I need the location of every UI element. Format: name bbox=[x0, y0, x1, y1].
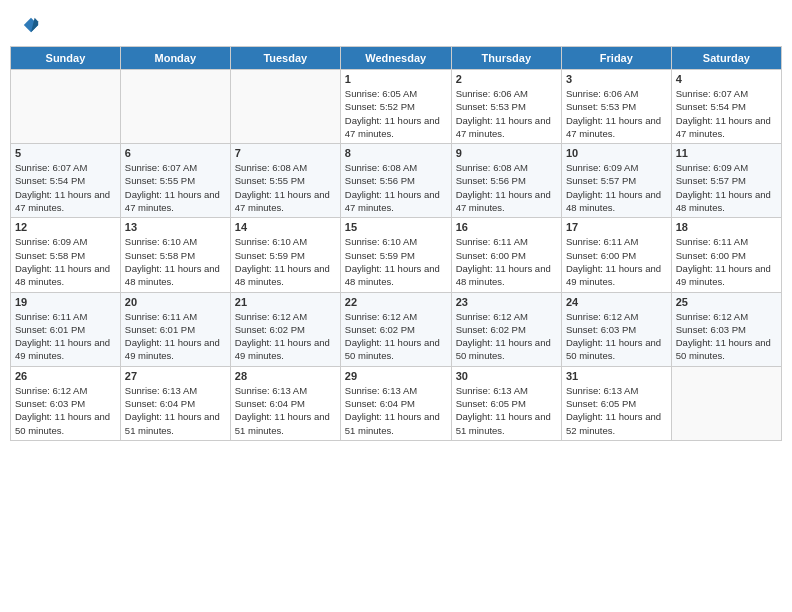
day-number: 30 bbox=[456, 370, 557, 382]
calendar-cell: 22Sunrise: 6:12 AMSunset: 6:02 PMDayligh… bbox=[340, 292, 451, 366]
day-info: Sunrise: 6:12 AMSunset: 6:02 PMDaylight:… bbox=[345, 310, 447, 363]
day-header-thursday: Thursday bbox=[451, 47, 561, 70]
day-number: 9 bbox=[456, 147, 557, 159]
day-header-tuesday: Tuesday bbox=[230, 47, 340, 70]
day-number: 31 bbox=[566, 370, 667, 382]
day-info: Sunrise: 6:11 AMSunset: 6:01 PMDaylight:… bbox=[15, 310, 116, 363]
day-number: 19 bbox=[15, 296, 116, 308]
calendar-cell: 2Sunrise: 6:06 AMSunset: 5:53 PMDaylight… bbox=[451, 70, 561, 144]
day-info: Sunrise: 6:08 AMSunset: 5:56 PMDaylight:… bbox=[456, 161, 557, 214]
calendar-cell: 9Sunrise: 6:08 AMSunset: 5:56 PMDaylight… bbox=[451, 144, 561, 218]
day-number: 26 bbox=[15, 370, 116, 382]
logo bbox=[20, 18, 40, 36]
day-number: 22 bbox=[345, 296, 447, 308]
day-info: Sunrise: 6:09 AMSunset: 5:57 PMDaylight:… bbox=[566, 161, 667, 214]
day-info: Sunrise: 6:13 AMSunset: 6:05 PMDaylight:… bbox=[456, 384, 557, 437]
day-info: Sunrise: 6:12 AMSunset: 6:03 PMDaylight:… bbox=[676, 310, 777, 363]
calendar-cell: 15Sunrise: 6:10 AMSunset: 5:59 PMDayligh… bbox=[340, 218, 451, 292]
calendar-cell: 14Sunrise: 6:10 AMSunset: 5:59 PMDayligh… bbox=[230, 218, 340, 292]
calendar-cell: 20Sunrise: 6:11 AMSunset: 6:01 PMDayligh… bbox=[120, 292, 230, 366]
calendar-cell bbox=[120, 70, 230, 144]
calendar-cell: 17Sunrise: 6:11 AMSunset: 6:00 PMDayligh… bbox=[561, 218, 671, 292]
calendar-cell: 13Sunrise: 6:10 AMSunset: 5:58 PMDayligh… bbox=[120, 218, 230, 292]
calendar-cell: 29Sunrise: 6:13 AMSunset: 6:04 PMDayligh… bbox=[340, 366, 451, 440]
calendar-cell bbox=[11, 70, 121, 144]
day-number: 8 bbox=[345, 147, 447, 159]
day-info: Sunrise: 6:12 AMSunset: 6:03 PMDaylight:… bbox=[15, 384, 116, 437]
day-info: Sunrise: 6:11 AMSunset: 6:00 PMDaylight:… bbox=[456, 235, 557, 288]
calendar-cell: 18Sunrise: 6:11 AMSunset: 6:00 PMDayligh… bbox=[671, 218, 781, 292]
day-number: 5 bbox=[15, 147, 116, 159]
day-number: 27 bbox=[125, 370, 226, 382]
calendar-cell: 19Sunrise: 6:11 AMSunset: 6:01 PMDayligh… bbox=[11, 292, 121, 366]
calendar-week-2: 5Sunrise: 6:07 AMSunset: 5:54 PMDaylight… bbox=[11, 144, 782, 218]
day-info: Sunrise: 6:07 AMSunset: 5:54 PMDaylight:… bbox=[15, 161, 116, 214]
day-header-friday: Friday bbox=[561, 47, 671, 70]
calendar-week-4: 19Sunrise: 6:11 AMSunset: 6:01 PMDayligh… bbox=[11, 292, 782, 366]
calendar-cell: 31Sunrise: 6:13 AMSunset: 6:05 PMDayligh… bbox=[561, 366, 671, 440]
calendar-cell bbox=[671, 366, 781, 440]
day-number: 25 bbox=[676, 296, 777, 308]
day-number: 14 bbox=[235, 221, 336, 233]
day-info: Sunrise: 6:12 AMSunset: 6:02 PMDaylight:… bbox=[235, 310, 336, 363]
day-info: Sunrise: 6:09 AMSunset: 5:57 PMDaylight:… bbox=[676, 161, 777, 214]
day-header-wednesday: Wednesday bbox=[340, 47, 451, 70]
day-info: Sunrise: 6:13 AMSunset: 6:04 PMDaylight:… bbox=[125, 384, 226, 437]
calendar-cell: 10Sunrise: 6:09 AMSunset: 5:57 PMDayligh… bbox=[561, 144, 671, 218]
calendar-cell: 26Sunrise: 6:12 AMSunset: 6:03 PMDayligh… bbox=[11, 366, 121, 440]
day-info: Sunrise: 6:10 AMSunset: 5:59 PMDaylight:… bbox=[235, 235, 336, 288]
calendar-week-1: 1Sunrise: 6:05 AMSunset: 5:52 PMDaylight… bbox=[11, 70, 782, 144]
day-number: 17 bbox=[566, 221, 667, 233]
day-number: 11 bbox=[676, 147, 777, 159]
day-number: 1 bbox=[345, 73, 447, 85]
calendar-cell: 7Sunrise: 6:08 AMSunset: 5:55 PMDaylight… bbox=[230, 144, 340, 218]
day-number: 10 bbox=[566, 147, 667, 159]
day-number: 3 bbox=[566, 73, 667, 85]
calendar-table: SundayMondayTuesdayWednesdayThursdayFrid… bbox=[10, 46, 782, 441]
day-info: Sunrise: 6:11 AMSunset: 6:01 PMDaylight:… bbox=[125, 310, 226, 363]
page-header bbox=[10, 10, 782, 40]
calendar-week-5: 26Sunrise: 6:12 AMSunset: 6:03 PMDayligh… bbox=[11, 366, 782, 440]
day-number: 28 bbox=[235, 370, 336, 382]
day-info: Sunrise: 6:11 AMSunset: 6:00 PMDaylight:… bbox=[676, 235, 777, 288]
calendar-cell: 27Sunrise: 6:13 AMSunset: 6:04 PMDayligh… bbox=[120, 366, 230, 440]
calendar-cell bbox=[230, 70, 340, 144]
day-info: Sunrise: 6:13 AMSunset: 6:04 PMDaylight:… bbox=[345, 384, 447, 437]
day-number: 4 bbox=[676, 73, 777, 85]
day-info: Sunrise: 6:07 AMSunset: 5:54 PMDaylight:… bbox=[676, 87, 777, 140]
calendar-cell: 16Sunrise: 6:11 AMSunset: 6:00 PMDayligh… bbox=[451, 218, 561, 292]
calendar-cell: 11Sunrise: 6:09 AMSunset: 5:57 PMDayligh… bbox=[671, 144, 781, 218]
day-number: 15 bbox=[345, 221, 447, 233]
calendar-cell: 21Sunrise: 6:12 AMSunset: 6:02 PMDayligh… bbox=[230, 292, 340, 366]
calendar-cell: 6Sunrise: 6:07 AMSunset: 5:55 PMDaylight… bbox=[120, 144, 230, 218]
day-number: 6 bbox=[125, 147, 226, 159]
day-info: Sunrise: 6:10 AMSunset: 5:58 PMDaylight:… bbox=[125, 235, 226, 288]
calendar-cell: 4Sunrise: 6:07 AMSunset: 5:54 PMDaylight… bbox=[671, 70, 781, 144]
day-info: Sunrise: 6:13 AMSunset: 6:04 PMDaylight:… bbox=[235, 384, 336, 437]
calendar-cell: 28Sunrise: 6:13 AMSunset: 6:04 PMDayligh… bbox=[230, 366, 340, 440]
day-number: 12 bbox=[15, 221, 116, 233]
day-info: Sunrise: 6:12 AMSunset: 6:03 PMDaylight:… bbox=[566, 310, 667, 363]
day-number: 7 bbox=[235, 147, 336, 159]
calendar-cell: 30Sunrise: 6:13 AMSunset: 6:05 PMDayligh… bbox=[451, 366, 561, 440]
day-info: Sunrise: 6:10 AMSunset: 5:59 PMDaylight:… bbox=[345, 235, 447, 288]
day-number: 23 bbox=[456, 296, 557, 308]
calendar-week-3: 12Sunrise: 6:09 AMSunset: 5:58 PMDayligh… bbox=[11, 218, 782, 292]
day-info: Sunrise: 6:08 AMSunset: 5:56 PMDaylight:… bbox=[345, 161, 447, 214]
calendar-cell: 1Sunrise: 6:05 AMSunset: 5:52 PMDaylight… bbox=[340, 70, 451, 144]
day-info: Sunrise: 6:08 AMSunset: 5:55 PMDaylight:… bbox=[235, 161, 336, 214]
day-info: Sunrise: 6:11 AMSunset: 6:00 PMDaylight:… bbox=[566, 235, 667, 288]
day-header-monday: Monday bbox=[120, 47, 230, 70]
calendar-cell: 24Sunrise: 6:12 AMSunset: 6:03 PMDayligh… bbox=[561, 292, 671, 366]
day-header-saturday: Saturday bbox=[671, 47, 781, 70]
day-info: Sunrise: 6:06 AMSunset: 5:53 PMDaylight:… bbox=[456, 87, 557, 140]
calendar-cell: 12Sunrise: 6:09 AMSunset: 5:58 PMDayligh… bbox=[11, 218, 121, 292]
day-number: 18 bbox=[676, 221, 777, 233]
calendar-cell: 25Sunrise: 6:12 AMSunset: 6:03 PMDayligh… bbox=[671, 292, 781, 366]
calendar-cell: 5Sunrise: 6:07 AMSunset: 5:54 PMDaylight… bbox=[11, 144, 121, 218]
day-info: Sunrise: 6:07 AMSunset: 5:55 PMDaylight:… bbox=[125, 161, 226, 214]
day-info: Sunrise: 6:09 AMSunset: 5:58 PMDaylight:… bbox=[15, 235, 116, 288]
day-header-sunday: Sunday bbox=[11, 47, 121, 70]
day-number: 20 bbox=[125, 296, 226, 308]
calendar-cell: 23Sunrise: 6:12 AMSunset: 6:02 PMDayligh… bbox=[451, 292, 561, 366]
